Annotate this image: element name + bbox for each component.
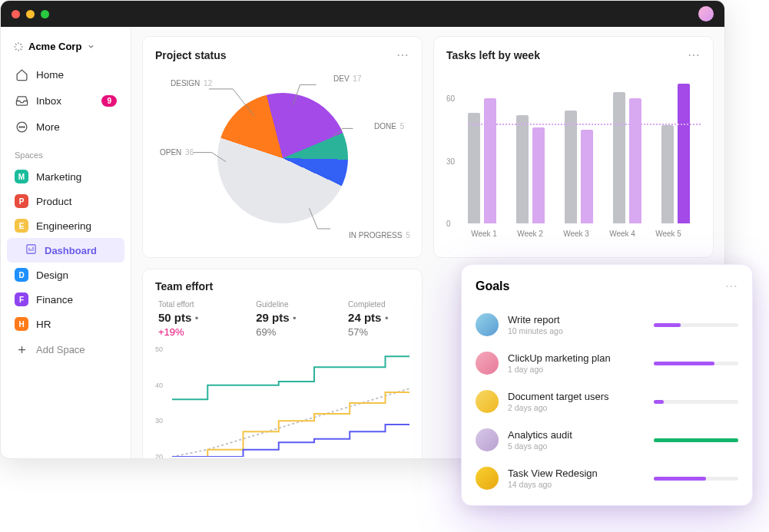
add-space-button[interactable]: Add Space	[7, 336, 124, 362]
metric-total: Total effort 50 pts • +19%	[158, 300, 225, 339]
bar	[565, 111, 577, 223]
bar	[678, 84, 690, 223]
goal-time: 5 days ago	[508, 441, 645, 451]
goal-avatar	[476, 313, 499, 336]
space-item-marketing[interactable]: MMarketing	[7, 164, 124, 189]
bar-chart: 03060 Week 1Week 2Week 3Week 4Week 5	[446, 70, 701, 246]
goal-title: Write report	[508, 314, 645, 325]
line-chart: 20304050	[155, 349, 409, 459]
goal-row[interactable]: Write report10 minutes ago	[476, 306, 738, 344]
user-avatar[interactable]	[698, 6, 714, 21]
y-tick: 60	[446, 94, 455, 103]
x-label: Week 4	[606, 230, 638, 238]
bar-group	[468, 98, 496, 223]
x-label: Week 5	[652, 230, 684, 238]
goal-row[interactable]: Analytics audit5 days ago	[476, 421, 738, 459]
pie-label: IN PROGRESS 5	[349, 231, 410, 240]
home-icon	[15, 68, 28, 81]
goal-progress	[654, 400, 738, 404]
nav-label: More	[36, 121, 60, 133]
goals-list: Write report10 minutes ago ClickUp marke…	[476, 306, 738, 497]
plus-icon	[15, 342, 28, 356]
metric-guideline: Guideline 29 pts • 69%	[256, 300, 317, 339]
titlebar	[1, 1, 724, 27]
minimize-window-button[interactable]	[26, 10, 35, 18]
space-item-finance[interactable]: FFinance	[7, 287, 124, 312]
workspace-name: Acme Corp	[28, 41, 81, 52]
y-tick: 40	[155, 382, 163, 389]
goal-progress	[654, 477, 738, 481]
space-item-hr[interactable]: HHR	[7, 312, 124, 336]
goal-row[interactable]: ClickUp marketing plan1 day ago	[476, 344, 738, 382]
nav-label: Inbox	[36, 95, 61, 107]
spaces-list: MMarketingPProductEEngineeringDashboardD…	[7, 164, 124, 336]
bar	[468, 113, 480, 223]
goals-title: Goals	[476, 279, 509, 293]
pie-label: DESIGN 12	[171, 79, 212, 88]
bar	[661, 125, 674, 223]
goal-row[interactable]: Document target users2 days ago	[476, 382, 738, 421]
goals-card: Goals ⋯ Write report10 minutes ago Click…	[461, 264, 753, 506]
workspace-switcher[interactable]: Acme Corp	[7, 36, 124, 57]
y-tick: 0	[446, 220, 451, 228]
card-title: Team effort	[155, 280, 213, 292]
card-menu-button[interactable]: ⋯	[396, 48, 409, 62]
chevron-down-icon	[88, 43, 94, 50]
card-title: Tasks left by week	[446, 49, 540, 61]
team-effort-card: Team effort Total effort 50 pts • +19% G…	[142, 269, 423, 459]
y-tick: 30	[446, 157, 455, 166]
y-tick: 50	[155, 345, 163, 353]
bar	[532, 127, 545, 223]
goal-title: Analytics audit	[508, 429, 645, 441]
goal-avatar	[476, 428, 499, 451]
card-menu-button[interactable]: ⋯	[688, 48, 701, 62]
tasks-left-card: Tasks left by week ⋯ 03060 Week 1Week 2W…	[433, 36, 714, 258]
nav-home[interactable]: Home	[7, 61, 124, 88]
bar-group	[661, 84, 690, 223]
space-subitem-dashboard[interactable]: Dashboard	[7, 238, 124, 263]
sidebar: Acme Corp Home Inbox 9 More Spaces	[1, 27, 131, 458]
space-label: Engineering	[36, 220, 91, 232]
space-icon: P	[15, 194, 28, 208]
card-title: Project status	[155, 49, 227, 61]
goals-menu-button[interactable]: ⋯	[725, 279, 738, 293]
metric-completed: Completed 24 pts • 57%	[348, 300, 409, 339]
close-window-button[interactable]	[12, 10, 20, 18]
threshold-line	[468, 124, 701, 125]
maximize-window-button[interactable]	[41, 10, 49, 18]
nav-inbox[interactable]: Inbox 9	[7, 88, 124, 114]
line-plot	[172, 349, 409, 457]
space-item-product[interactable]: PProduct	[7, 189, 124, 213]
pie-label: DEV 17	[333, 74, 361, 83]
workspace-icon	[13, 41, 24, 52]
space-icon: D	[15, 268, 28, 282]
bar	[629, 98, 641, 223]
space-item-design[interactable]: DDesign	[7, 263, 124, 287]
bar-group	[565, 111, 593, 223]
goal-time: 10 minutes ago	[508, 326, 645, 335]
svg-point-3	[23, 126, 24, 127]
x-label: Week 1	[468, 230, 500, 238]
spaces-heading: Spaces	[7, 140, 124, 164]
space-icon: F	[15, 292, 28, 306]
x-label: Week 2	[514, 230, 546, 238]
svg-point-2	[21, 126, 22, 127]
more-icon	[15, 120, 28, 134]
goal-time: 14 days ago	[508, 480, 645, 489]
dashboard-icon	[25, 243, 37, 257]
goal-row[interactable]: Task View Redesign14 days ago	[476, 459, 738, 497]
nav-label: Home	[36, 69, 64, 81]
svg-point-1	[18, 126, 19, 127]
pie-chart: DESIGN 12DEV 17DONE 5IN PROGRESS 5OPEN 3…	[155, 70, 409, 246]
nav-more[interactable]: More	[7, 114, 124, 140]
goal-progress	[654, 438, 738, 442]
space-label: Design	[36, 269, 68, 281]
space-item-engineering[interactable]: EEngineering	[7, 213, 124, 238]
inbox-badge: 9	[101, 95, 117, 107]
line-series	[172, 349, 409, 399]
inbox-icon	[15, 94, 28, 107]
space-label: Marketing	[36, 171, 81, 183]
pie-label: OPEN 36	[160, 148, 194, 157]
bar-group	[613, 92, 641, 223]
bar-group	[516, 115, 545, 223]
